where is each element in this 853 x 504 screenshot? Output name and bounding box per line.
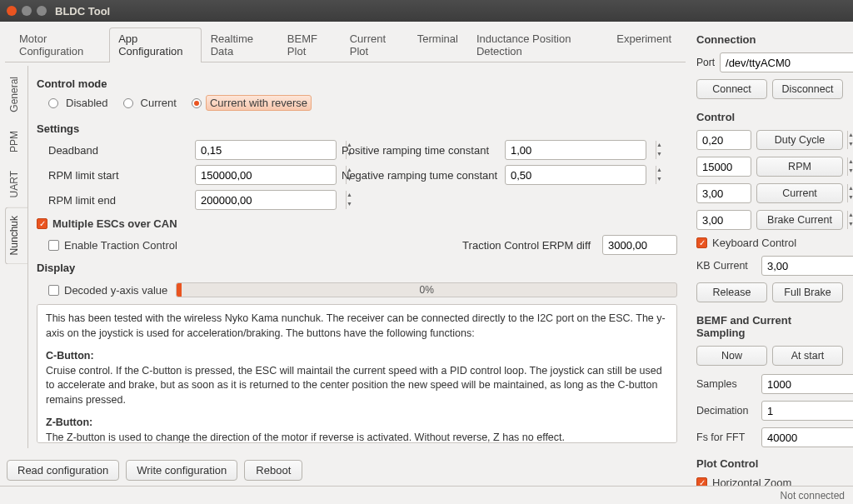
duty-cycle-button[interactable]: Duty Cycle xyxy=(756,130,843,150)
terpm-input[interactable]: ▲▼ xyxy=(602,235,677,255)
checkbox-icon xyxy=(696,237,707,248)
window-title: BLDC Tool xyxy=(55,5,110,17)
checkbox-icon xyxy=(48,285,59,296)
fs-input[interactable]: ▲▼ xyxy=(761,427,853,447)
chevron-up-icon[interactable]: ▲ xyxy=(347,191,352,200)
connection-title: Connection xyxy=(696,33,843,46)
radio-disabled[interactable]: Disabled xyxy=(48,96,112,110)
vtab-ppm[interactable]: PPM xyxy=(5,122,27,162)
brake-current-input[interactable]: ▲▼ xyxy=(696,210,751,230)
tab-inductance[interactable]: Inductance Position Detection xyxy=(467,27,607,62)
tab-realtime-data[interactable]: Realtime Data xyxy=(202,27,278,62)
current-button[interactable]: Current xyxy=(756,183,843,203)
tab-experiment[interactable]: Experiment xyxy=(607,27,681,62)
now-button[interactable]: Now xyxy=(696,346,767,366)
reboot-button[interactable]: Reboot xyxy=(244,460,302,481)
kb-current-label: KB Current xyxy=(696,260,756,272)
rpm-start-label: RPM limit start xyxy=(48,169,190,182)
tab-terminal[interactable]: Terminal xyxy=(408,27,467,62)
decimation-input[interactable]: ▲▼ xyxy=(761,401,853,421)
terpm-label: Traction Control ERPM diff xyxy=(462,239,591,252)
traction-control-checkbox[interactable]: Enable Traction Control xyxy=(48,239,177,252)
description-box[interactable]: This has been tested with the wireless N… xyxy=(37,304,677,443)
bemf-title: BEMF and Current Sampling xyxy=(696,314,843,339)
close-icon[interactable] xyxy=(7,6,17,16)
chevron-down-icon[interactable]: ▼ xyxy=(656,150,662,159)
hzoom-checkbox[interactable]: Horizontal Zoom xyxy=(696,477,843,486)
keyboard-control-checkbox[interactable]: Keyboard Control xyxy=(696,237,843,249)
deadband-label: Deadband xyxy=(48,144,190,157)
decimation-label: Decimation xyxy=(696,405,756,417)
settings-title: Settings xyxy=(37,122,677,135)
tab-bemf-plot[interactable]: BEMF Plot xyxy=(278,27,341,62)
radio-icon xyxy=(192,98,202,108)
rpm-input[interactable]: ▲▼ xyxy=(696,157,751,177)
tab-motor-config[interactable]: Motor Configuration xyxy=(10,27,109,62)
fs-label: Fs for FFT xyxy=(696,432,756,443)
tab-current-plot[interactable]: Current Plot xyxy=(341,27,408,62)
rpm-end-label: RPM limit end xyxy=(48,194,190,207)
full-brake-button[interactable]: Full Brake xyxy=(772,282,843,302)
read-config-button[interactable]: Read configuration xyxy=(7,460,119,481)
chevron-down-icon[interactable]: ▼ xyxy=(656,175,662,184)
pos-ramp-label: Positive ramping time constant xyxy=(342,144,500,157)
pos-ramp-input[interactable]: ▲▼ xyxy=(505,140,646,160)
vtab-general[interactable]: General xyxy=(5,67,27,122)
atstart-button[interactable]: At start xyxy=(772,346,843,366)
disconnect-button[interactable]: Disconnect xyxy=(772,79,843,99)
right-sidebar: Connection Port Connect Disconnect Contr… xyxy=(691,22,853,486)
brake-current-button[interactable]: Brake Current xyxy=(756,210,843,230)
titlebar: BLDC Tool xyxy=(0,0,853,22)
tab-app-config[interactable]: App Configuration xyxy=(109,27,202,62)
rpm-start-input[interactable]: ▲▼ xyxy=(195,165,337,185)
kb-current-input[interactable]: ▲▼ xyxy=(761,256,853,276)
control-title: Control xyxy=(696,111,843,123)
maximize-icon[interactable] xyxy=(37,6,47,16)
release-button[interactable]: Release xyxy=(696,282,767,302)
chevron-up-icon[interactable]: ▲ xyxy=(656,166,662,175)
checkbox-icon xyxy=(696,477,707,486)
rpm-button[interactable]: RPM xyxy=(756,157,843,177)
write-config-button[interactable]: Write configuration xyxy=(126,460,237,481)
side-tabs: General PPM UART Nunchuk xyxy=(5,66,28,448)
statusbar: Not connected xyxy=(0,486,853,504)
radio-current[interactable]: Current xyxy=(123,96,180,110)
samples-label: Samples xyxy=(696,378,756,390)
multi-escs-checkbox[interactable]: Multiple ESCs over CAN xyxy=(37,217,677,230)
minimize-icon[interactable] xyxy=(22,6,32,16)
radio-current-reverse[interactable]: Current with reverse xyxy=(192,95,312,111)
current-input[interactable]: ▲▼ xyxy=(696,183,751,203)
port-input[interactable] xyxy=(720,52,853,72)
neg-ramp-input[interactable]: ▲▼ xyxy=(505,165,646,185)
checkbox-icon xyxy=(48,240,59,251)
plot-title: Plot Control xyxy=(696,457,843,470)
neg-ramp-label: Negative ramping tume constant xyxy=(342,169,500,182)
radio-icon xyxy=(48,98,58,108)
rpm-end-input[interactable]: ▲▼ xyxy=(195,190,337,210)
vtab-uart[interactable]: UART xyxy=(5,162,27,207)
status-text: Not connected xyxy=(781,490,845,502)
port-label: Port xyxy=(696,57,715,68)
connect-button[interactable]: Connect xyxy=(696,79,767,99)
chevron-down-icon[interactable]: ▼ xyxy=(347,200,352,209)
checkbox-icon xyxy=(37,218,47,229)
progress-bar: 0% xyxy=(176,282,677,297)
chevron-up-icon[interactable]: ▲ xyxy=(656,141,662,150)
deadband-input[interactable]: ▲▼ xyxy=(195,140,337,160)
samples-input[interactable]: ▲▼ xyxy=(761,374,853,394)
decoded-y-checkbox[interactable]: Decoded y-axis value xyxy=(48,284,167,297)
top-tabs: Motor Configuration App Configuration Re… xyxy=(5,22,686,62)
vtab-nunchuk[interactable]: Nunchuk xyxy=(5,207,27,264)
radio-icon xyxy=(123,98,133,108)
control-mode-title: Control mode xyxy=(37,77,677,90)
main-panel: Control mode Disabled Current Current wi… xyxy=(28,66,686,448)
duty-input[interactable]: ▲▼ xyxy=(696,130,751,150)
display-title: Display xyxy=(37,262,677,274)
